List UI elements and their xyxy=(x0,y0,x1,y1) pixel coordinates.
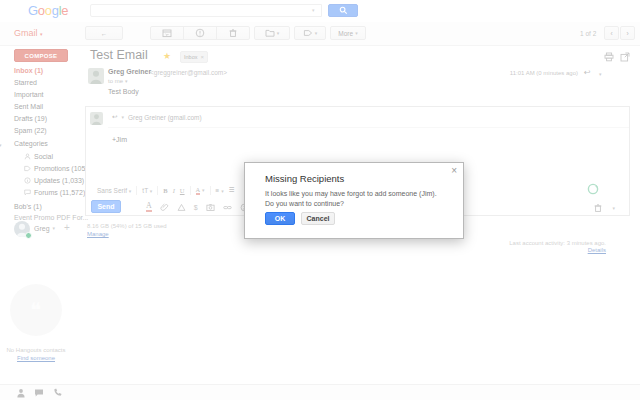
toolbar-row: Gmail ▾ ← ▾ ▾ More ▾ 1 of 2 ‹ › xyxy=(0,22,640,46)
list-button[interactable]: ☰ xyxy=(229,186,235,194)
chevron-down-icon: ▾ xyxy=(277,31,280,36)
contacts-person-icon[interactable] xyxy=(16,388,26,398)
chevron-down-icon: ▾ xyxy=(53,226,56,231)
add-contact-icon[interactable]: + xyxy=(64,222,70,233)
sidebar-item-inbox[interactable]: Inbox (1) xyxy=(14,67,43,74)
discard-trash-icon[interactable] xyxy=(593,203,603,213)
chevron-down-icon[interactable]: ▾ xyxy=(599,71,602,77)
sidebar-item-spam[interactable]: Spam (22) xyxy=(14,127,47,134)
star-icon[interactable]: ★ xyxy=(163,51,171,61)
delete-button[interactable] xyxy=(216,26,250,40)
archive-button[interactable] xyxy=(150,26,184,40)
hangouts-bar xyxy=(0,384,640,400)
sender-avatar[interactable] xyxy=(88,68,104,84)
older-button[interactable]: › xyxy=(620,26,635,40)
trash-icon xyxy=(228,28,238,38)
cancel-button[interactable]: Cancel xyxy=(301,212,335,225)
to-line[interactable]: to me▾ xyxy=(108,78,128,84)
chevron-down-icon: ▾ xyxy=(121,115,124,120)
link-icon[interactable] xyxy=(223,203,232,212)
sidebar-item-categories[interactable]: ▾Categories xyxy=(14,140,48,147)
chevron-down-icon: ▾ xyxy=(150,188,153,194)
divider xyxy=(190,186,191,195)
sender-email: <greggreiner@gmail.com> xyxy=(150,69,227,76)
underline-button[interactable]: U xyxy=(180,187,185,194)
sidebar-item-promotions[interactable]: Promotions (105) xyxy=(24,165,88,172)
gmail-menu[interactable]: Gmail ▾ xyxy=(14,28,43,38)
back-arrow-icon: ← xyxy=(101,30,108,37)
chevron-down-icon: ▾ xyxy=(315,31,318,36)
sidebar-item-updates[interactable]: Updates (1,033) xyxy=(24,177,84,184)
folder-icon xyxy=(265,28,275,38)
print-icon[interactable] xyxy=(604,52,614,62)
more-button[interactable]: More ▾ xyxy=(330,26,366,40)
compose-body[interactable]: +Jim xyxy=(112,136,127,143)
reply-icon: ↩ xyxy=(112,113,117,121)
send-button[interactable]: Send xyxy=(91,200,121,213)
sidebar-item-forums[interactable]: Forums (11,572) xyxy=(24,189,85,196)
search-options-caret-icon[interactable]: ▾ xyxy=(312,7,315,13)
inbox-label-chip[interactable]: Inbox× xyxy=(180,51,208,63)
chevron-down-icon[interactable]: ▾ xyxy=(612,205,615,211)
drive-icon[interactable] xyxy=(177,203,186,212)
sidebar-item-drafts[interactable]: Drafts (19) xyxy=(14,115,47,122)
details-link[interactable]: Details xyxy=(588,247,606,253)
sidebar-item-sent-mail[interactable]: Sent Mail xyxy=(14,103,43,110)
presence-dot xyxy=(25,232,32,239)
sidebar-item-starred[interactable]: Starred xyxy=(14,79,37,86)
attach-icons-row: A $ xyxy=(146,202,249,212)
spam-icon xyxy=(195,28,205,38)
formatting-options-icon[interactable]: A xyxy=(146,202,152,212)
dialog-title: Missing Recipients xyxy=(265,173,344,184)
people-icon xyxy=(24,153,31,160)
details-caret-icon: ▾ xyxy=(125,79,128,84)
text-color-button[interactable]: A ▾ xyxy=(196,186,205,194)
search-button[interactable] xyxy=(328,4,358,17)
hangouts-empty-text: No Hangouts contacts xyxy=(0,347,72,353)
sender-name: Greg Greiner xyxy=(108,68,151,75)
archive-icon xyxy=(162,28,172,38)
chevron-down-icon: ▾ xyxy=(221,188,224,194)
search-input[interactable] xyxy=(90,4,322,17)
extension-green-circle-icon[interactable] xyxy=(587,183,599,195)
compose-button[interactable]: COMPOSE xyxy=(14,49,68,62)
manage-link[interactable]: Manage xyxy=(87,231,109,237)
back-button[interactable]: ← xyxy=(85,26,123,40)
reply-icon[interactable]: ↩ xyxy=(584,68,591,77)
storage-usage: 8.16 GB (54%) of 15 GB used xyxy=(87,223,167,229)
remove-label-icon[interactable]: × xyxy=(200,54,204,60)
conversations-chat-icon[interactable] xyxy=(34,388,44,398)
photo-icon[interactable] xyxy=(206,203,215,212)
labels-button[interactable]: ▾ xyxy=(294,26,326,40)
bold-button[interactable]: B xyxy=(163,187,167,194)
chevron-down-icon: ▾ xyxy=(40,31,43,37)
timestamp: 11:01 AM (0 minutes ago) xyxy=(510,70,578,76)
close-icon[interactable]: × xyxy=(451,165,457,176)
pagination-counter: 1 of 2 xyxy=(580,30,596,37)
sidebar-item-event-promo[interactable]: Event Promo PDF For... xyxy=(14,214,88,221)
sidebar-item-bobs[interactable]: Bob's (1) xyxy=(14,203,42,210)
formatting-toolbar: Sans Serif ▾ tT ▾ B I U A ▾ ≡ ▾ ☰ xyxy=(97,184,235,196)
recipient-text: Greg Greiner (gmail.com) xyxy=(128,114,202,121)
open-in-new-icon[interactable] xyxy=(620,52,630,62)
dollar-icon[interactable]: $ xyxy=(194,204,198,211)
sidebar-item-important[interactable]: Important xyxy=(14,91,44,98)
move-to-button[interactable]: ▾ xyxy=(254,26,290,40)
font-size-button[interactable]: tT ▾ xyxy=(142,187,152,194)
report-spam-button[interactable] xyxy=(183,26,217,40)
google-logo[interactable]: Google xyxy=(28,3,68,18)
thread-title: Test Email xyxy=(90,48,148,62)
recipient-row[interactable]: ↩ ▾ Greg Greiner (gmail.com) xyxy=(108,107,629,128)
align-button[interactable]: ≡ ▾ xyxy=(216,187,224,194)
sidebar-item-social[interactable]: Social xyxy=(24,153,53,160)
collapse-caret-icon: ▾ xyxy=(0,142,2,148)
attach-paperclip-icon[interactable] xyxy=(160,203,169,212)
font-family-select[interactable]: Sans Serif ▾ xyxy=(97,187,131,194)
italic-button[interactable]: I xyxy=(173,187,175,194)
chevron-down-icon: ▾ xyxy=(355,31,358,36)
ok-button[interactable]: OK xyxy=(265,212,295,225)
phone-icon[interactable] xyxy=(52,388,62,398)
profile-menu[interactable]: Greg▾ xyxy=(34,225,55,232)
newer-button[interactable]: ‹ xyxy=(604,26,619,40)
hangouts-find-link[interactable]: Find someone xyxy=(0,355,72,361)
